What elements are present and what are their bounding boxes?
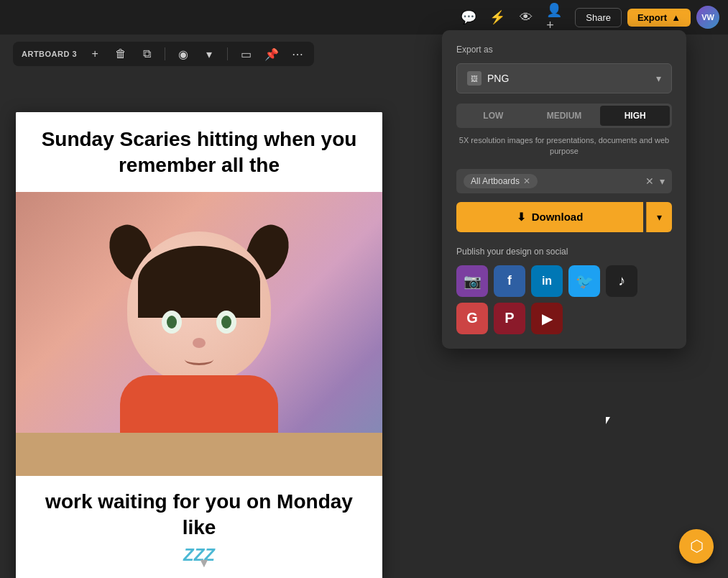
top-bar: 💬 ⚡ 👁 👤+ Share Export ▲ VW — [0, 0, 728, 35]
boo-nose — [193, 338, 206, 348]
youtube-icon: ▶ — [542, 310, 553, 327]
eye-right — [216, 311, 236, 334]
share-label: Share — [586, 12, 611, 23]
download-row: ⬇ Download ▾ — [456, 202, 672, 232]
boo-table — [16, 433, 382, 476]
boo-head — [127, 231, 271, 382]
instagram-button[interactable]: 📷 — [456, 265, 488, 297]
export-label: Export — [637, 12, 667, 23]
more-options-icon[interactable]: ⋯ — [290, 46, 305, 62]
google-icon: G — [466, 310, 478, 326]
bottom-nav-arrow[interactable]: ▼ — [198, 556, 211, 571]
pinterest-button[interactable]: P — [494, 303, 525, 334]
avatar[interactable]: VW — [696, 6, 719, 29]
publish-title: Publish your design on social — [456, 247, 672, 257]
quality-description: 5X resolution images for presentations, … — [456, 135, 672, 157]
social-icons-row: 📷 f in 🐦 ♪ G P ▶ — [456, 265, 672, 334]
linkedin-button[interactable]: in — [531, 265, 563, 297]
linkedin-icon: in — [542, 275, 552, 288]
tiktok-button[interactable]: ♪ — [606, 265, 637, 297]
artboard: Sunday Scaries hitting when you remember… — [16, 112, 382, 578]
share-person-icon[interactable]: 👤+ — [546, 9, 563, 26]
export-panel: Export as 🖼 PNG ▾ LOW MEDIUM HIGH 5X res… — [442, 30, 686, 349]
artboards-chevron-icon[interactable]: ▾ — [660, 175, 665, 187]
share-button[interactable]: Share — [575, 8, 622, 27]
fill-icon[interactable]: ◉ — [175, 46, 191, 62]
canvas-toolbar: ARTBOARD 3 + 🗑 ⧉ ◉ ▾ ▭ 📌 ⋯ — [13, 42, 314, 66]
meme-top-text: Sunday Scaries hitting when you remember… — [16, 112, 382, 192]
artboard-label: ARTBOARD 3 — [22, 50, 77, 58]
toolbar-divider — [165, 47, 165, 60]
instagram-icon: 📷 — [464, 272, 482, 290]
bolt-icon[interactable]: ⚡ — [489, 9, 506, 26]
twitter-icon: 🐦 — [576, 272, 594, 290]
quality-medium-button[interactable]: MEDIUM — [530, 106, 599, 126]
delete-icon[interactable]: 🗑 — [113, 46, 129, 62]
quality-high-button[interactable]: HIGH — [600, 106, 670, 126]
format-label: PNG — [487, 73, 509, 84]
top-bar-icons: 💬 ⚡ 👁 👤+ — [460, 9, 563, 26]
artboards-selector: All Artboards ✕ ✕ ▾ — [456, 169, 672, 193]
export-button[interactable]: Export ▲ — [627, 9, 691, 27]
download-icon: ⬇ — [517, 211, 526, 224]
chat-icon[interactable]: 💬 — [460, 9, 477, 26]
artboard-tag-label: All Artboards — [471, 176, 520, 186]
eye-icon[interactable]: 👁 — [517, 9, 535, 26]
frame-icon[interactable]: ▭ — [238, 46, 254, 62]
facebook-button[interactable]: f — [494, 265, 525, 297]
twitter-button[interactable]: 🐦 — [568, 265, 600, 297]
boo-mouth — [185, 354, 213, 365]
youtube-button[interactable]: ▶ — [531, 303, 563, 334]
format-dropdown-left: 🖼 PNG — [467, 71, 509, 86]
pin-icon[interactable]: 📌 — [264, 46, 280, 62]
fab-button[interactable]: ⬡ — [679, 529, 714, 564]
fab-icon: ⬡ — [690, 537, 704, 556]
avatar-initials: VW — [701, 13, 714, 22]
meme-image — [16, 192, 382, 476]
boo-hair — [138, 246, 260, 318]
artboards-actions: ✕ ▾ — [645, 175, 665, 187]
download-chevron-button[interactable]: ▾ — [646, 202, 672, 232]
format-icon: 🖼 — [467, 71, 482, 86]
fill-dropdown-icon[interactable]: ▾ — [201, 46, 217, 62]
add-artboard-icon[interactable]: + — [87, 46, 103, 62]
tiktok-icon: ♪ — [618, 272, 625, 289]
format-chevron-icon: ▾ — [656, 73, 661, 84]
pupil-left — [167, 316, 177, 329]
eye-left — [162, 311, 182, 334]
duplicate-icon[interactable]: ⧉ — [139, 46, 155, 62]
quality-group: LOW MEDIUM HIGH — [456, 104, 672, 128]
chevron-up-icon: ▲ — [671, 12, 681, 23]
download-label: Download — [532, 211, 584, 223]
export-panel-title: Export as — [456, 45, 672, 55]
pinterest-icon: P — [504, 310, 514, 326]
facebook-icon: f — [507, 273, 512, 288]
quality-low-button[interactable]: LOW — [459, 106, 528, 126]
artboards-clear-icon[interactable]: ✕ — [645, 175, 654, 187]
pupil-right — [221, 316, 231, 329]
toolbar-divider-2 — [227, 47, 228, 60]
format-dropdown[interactable]: 🖼 PNG ▾ — [456, 63, 672, 93]
tag-close-icon[interactable]: ✕ — [523, 177, 530, 185]
google-button[interactable]: G — [456, 303, 488, 334]
artboard-tag: All Artboards ✕ — [464, 174, 538, 188]
download-button[interactable]: ⬇ Download — [456, 202, 643, 232]
